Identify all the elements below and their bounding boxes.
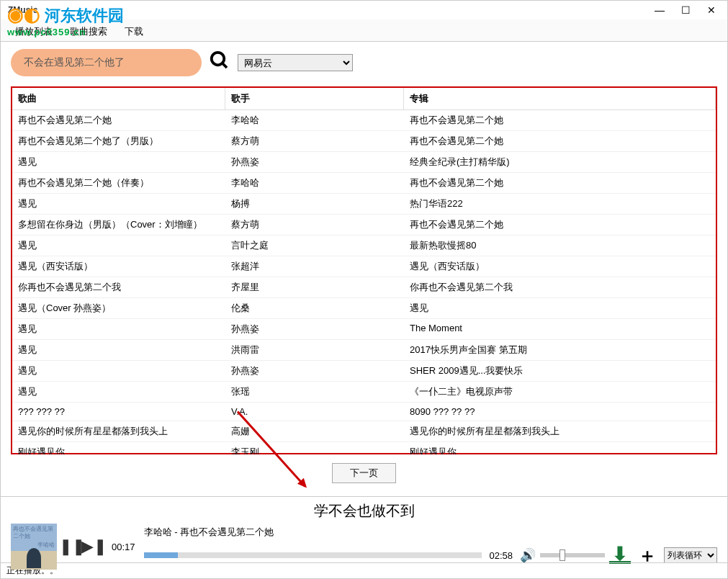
source-select[interactable]: 网易云	[238, 54, 353, 71]
progress-bar[interactable]	[144, 552, 482, 558]
pause-button[interactable]: ❚❚	[63, 537, 81, 556]
tab-search[interactable]: 歌曲搜索	[61, 22, 116, 41]
cell-artist: 张瑶	[225, 382, 404, 402]
app-title: ZMusic	[4, 5, 37, 15]
table-row[interactable]: 遇见张瑶《一仆二主》电视原声带	[12, 382, 716, 403]
table-row[interactable]: 再也不会遇见第二个她了（男版）蔡方萌再也不会遇见第二个她	[12, 131, 716, 152]
track-label: 李哈哈 - 再也不会遇见第二个她	[144, 526, 717, 539]
cell-artist: 伦桑	[225, 298, 404, 318]
cell-artist: 张超洋	[225, 256, 404, 277]
cell-song: 遇见	[12, 361, 225, 381]
cell-song: 再也不会遇见第二个她	[12, 110, 225, 130]
cell-artist: 杨搏	[225, 194, 404, 214]
table-row[interactable]: 遇见孙燕姿经典全纪录(主打精华版)	[12, 152, 716, 173]
column-album[interactable]: 专辑	[404, 88, 716, 109]
table-row[interactable]: 遇见杨搏热门华语222	[12, 194, 716, 215]
cell-album: 最新热歌慢摇80	[404, 235, 716, 256]
cell-song: 遇见	[12, 152, 225, 172]
cell-album: 经典全纪录(主打精华版)	[404, 152, 716, 172]
table-row[interactable]: 遇见孙燕姿The Moment	[12, 319, 716, 340]
cell-artist: 洪雨雷	[225, 340, 404, 360]
cell-artist: 李哈哈	[225, 173, 404, 193]
cell-song: 遇见	[12, 382, 225, 402]
cell-artist: 齐屋里	[225, 277, 404, 297]
table-row[interactable]: 再也不会遇见第二个她李哈哈再也不会遇见第二个她	[12, 110, 716, 131]
cell-album: The Moment	[404, 319, 716, 339]
cell-album: 再也不会遇见第二个她	[404, 173, 716, 193]
table-row[interactable]: 遇见你的时候所有星星都落到我头上高姗遇见你的时候所有星星都落到我头上	[12, 421, 716, 442]
download-button[interactable]: ⬇	[609, 547, 631, 565]
cell-artist: 孙燕姿	[225, 361, 404, 381]
titlebar: ZMusic — ☐ ✕	[1, 1, 727, 19]
cell-song: 再也不会遇见第二个她（伴奏）	[12, 173, 225, 193]
cell-album: 刚好遇见你	[404, 442, 716, 454]
next-track-button[interactable]: ▶❚	[84, 537, 103, 556]
cell-artist: 李哈哈	[225, 110, 404, 130]
cell-artist: 李玉刚	[225, 442, 404, 454]
search-input[interactable]	[11, 49, 202, 76]
cell-album: 再也不会遇见第二个她	[404, 215, 716, 235]
table-row[interactable]: ??? ??? ??V.A.8090 ??? ?? ??	[12, 403, 716, 421]
status-bar: 正在播放。。	[1, 562, 727, 578]
svg-point-0	[212, 52, 225, 65]
cell-album: 遇见	[404, 298, 716, 318]
cell-artist: 言叶之庭	[225, 235, 404, 256]
cell-album: 热门华语222	[404, 194, 716, 214]
cell-album: 8090 ??? ?? ??	[404, 403, 716, 421]
cell-song: 遇见	[12, 319, 225, 339]
table-row[interactable]: 遇见孙燕姿SHER 2009遇见...我要快乐	[12, 361, 716, 382]
player-bar: 学不会也做不到 再也不会遇见第二个她 李哈哈 ❚❚ ▶❚ 00:17 李哈哈 -…	[1, 496, 727, 562]
total-time: 02:58	[489, 550, 513, 561]
cell-song: 刚好遇见你	[12, 442, 225, 454]
table-row[interactable]: 再也不会遇见第二个她（伴奏）李哈哈再也不会遇见第二个她	[12, 173, 716, 194]
cell-song: 遇见	[12, 235, 225, 256]
cell-song: 多想留在你身边（男版）（Cover：刘增瞳）	[12, 215, 225, 235]
cell-song: 遇见（西安话版）	[12, 256, 225, 277]
column-song[interactable]: 歌曲	[12, 88, 225, 109]
svg-line-1	[223, 63, 227, 67]
table-row[interactable]: 遇见言叶之庭最新热歌慢摇80	[12, 235, 716, 256]
cell-song: ??? ??? ??	[12, 403, 225, 421]
next-page-button[interactable]: 下一页	[332, 463, 396, 483]
close-button[interactable]: ✕	[698, 1, 724, 19]
table-row[interactable]: 遇见（西安话版）张超洋遇见（西安话版）	[12, 256, 716, 277]
column-artist[interactable]: 歌手	[225, 88, 404, 109]
maximize-button[interactable]: ☐	[673, 1, 698, 19]
cell-song: 再也不会遇见第二个她了（男版）	[12, 131, 225, 151]
cell-artist: 孙燕姿	[225, 152, 404, 172]
table-row[interactable]: 你再也不会遇见第二个我齐屋里你再也不会遇见第二个我	[12, 277, 716, 298]
cell-album: 你再也不会遇见第二个我	[404, 277, 716, 297]
table-row[interactable]: 多想留在你身边（男版）（Cover：刘增瞳）蔡方萌再也不会遇见第二个她	[12, 215, 716, 235]
minimize-button[interactable]: —	[647, 1, 673, 19]
elapsed-time: 00:17	[112, 542, 135, 552]
cell-artist: 蔡方萌	[225, 215, 404, 235]
tab-download[interactable]: 下载	[116, 22, 152, 41]
cell-artist: 蔡方萌	[225, 131, 404, 151]
cell-song: 遇见（Cover 孙燕姿）	[12, 298, 225, 318]
table-row[interactable]: 刚好遇见你李玉刚刚好遇见你	[12, 442, 716, 454]
cell-album: 遇见（西安话版）	[404, 256, 716, 277]
results-table: 歌曲 歌手 专辑 再也不会遇见第二个她李哈哈再也不会遇见第二个她再也不会遇见第二…	[11, 86, 717, 454]
cell-album: 再也不会遇见第二个她	[404, 110, 716, 130]
cell-song: 你再也不会遇见第二个我	[12, 277, 225, 297]
cell-song: 遇见	[12, 340, 225, 360]
cell-artist: V.A.	[225, 403, 404, 421]
table-row[interactable]: 遇见（Cover 孙燕姿）伦桑遇见	[12, 298, 716, 319]
tab-playlist[interactable]: 播放列表	[6, 22, 61, 41]
cell-album: 遇见你的时候所有星星都落到我头上	[404, 421, 716, 441]
search-icon[interactable]	[209, 50, 230, 76]
cell-song: 遇见	[12, 194, 225, 214]
volume-icon[interactable]: 🔊	[520, 547, 536, 563]
album-art[interactable]: 再也不会遇见第二个她 李哈哈	[11, 524, 57, 570]
cell-album: 2017快乐男声全国赛 第五期	[404, 340, 716, 360]
volume-slider[interactable]	[540, 553, 605, 557]
cell-album: 再也不会遇见第二个她	[404, 131, 716, 151]
cell-album: SHER 2009遇见...我要快乐	[404, 361, 716, 381]
cell-song: 遇见你的时候所有星星都落到我头上	[12, 421, 225, 441]
cell-artist: 孙燕姿	[225, 319, 404, 339]
table-row[interactable]: 遇见洪雨雷2017快乐男声全国赛 第五期	[12, 340, 716, 361]
now-playing-lyric: 学不会也做不到	[11, 501, 717, 521]
cell-artist: 高姗	[225, 421, 404, 441]
cell-album: 《一仆二主》电视原声带	[404, 382, 716, 402]
loop-mode-select[interactable]: 列表循环	[664, 547, 717, 563]
